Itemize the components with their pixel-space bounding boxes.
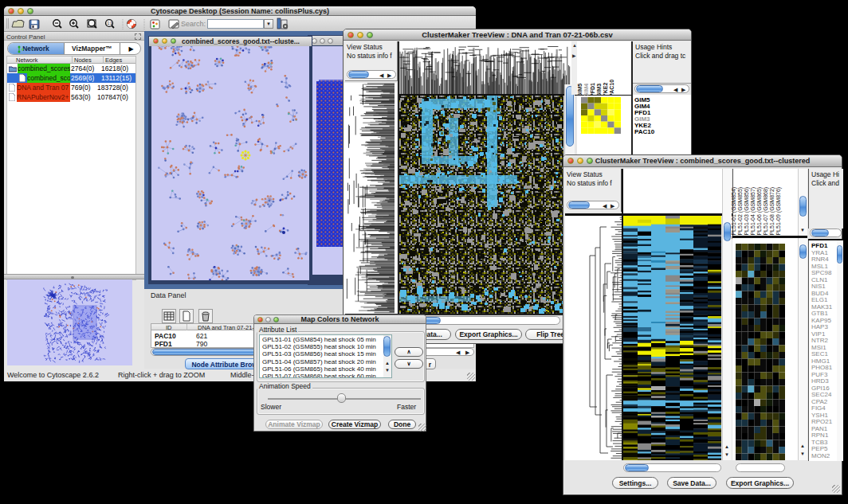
svg-text:1:1: 1:1 bbox=[108, 21, 113, 25]
